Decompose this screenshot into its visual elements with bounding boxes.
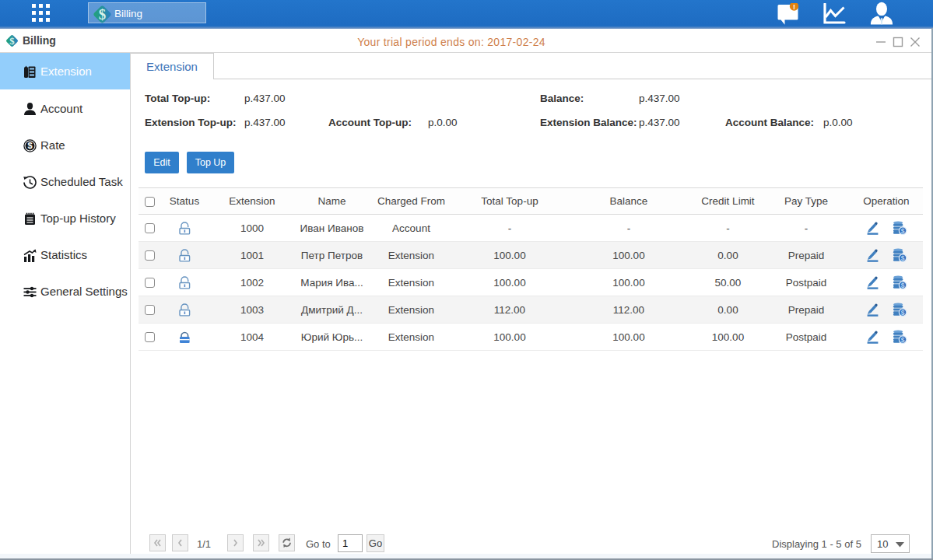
svg-text:!: ! [793, 3, 795, 11]
svg-text:$: $ [99, 6, 106, 23]
svg-text:$: $ [27, 141, 32, 150]
